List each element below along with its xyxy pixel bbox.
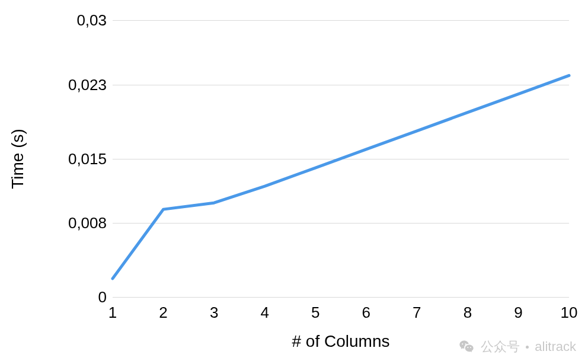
x-tick-label: 10 [561,304,578,322]
x-tick-label: 3 [210,304,218,322]
x-axis-label: # of Columns [113,332,569,351]
line-chart: Time (s) 0 0,008 0,015 0,023 0,03 1 2 3 … [0,0,588,364]
y-tick-label: 0,03 [36,11,107,30]
y-tick-label: 0,015 [36,149,107,168]
x-tick-label: 9 [514,304,522,322]
x-tick-label: 8 [464,304,472,322]
x-tick-label: 5 [311,304,319,322]
x-tick-label: 1 [108,304,117,322]
series-line [113,20,569,297]
x-tick-label: 7 [413,304,421,322]
plot-area [113,20,569,297]
x-tick-label: 4 [260,304,269,322]
y-tick-label: 0 [36,288,107,306]
y-axis-label: Time (s) [8,129,27,189]
y-tick-label: 0,008 [36,214,107,232]
x-tick-label: 6 [362,304,370,322]
x-tick-label: 2 [159,304,167,322]
y-tick-label: 0,023 [36,75,107,94]
gridline [113,297,569,298]
